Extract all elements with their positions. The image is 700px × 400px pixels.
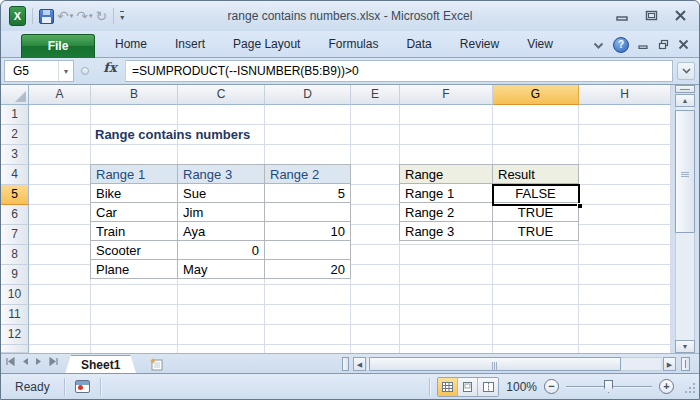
- column-header-D[interactable]: D: [265, 85, 351, 105]
- row-header-11[interactable]: 11: [1, 305, 29, 325]
- cell-D8[interactable]: [265, 241, 351, 260]
- column-header-E[interactable]: E: [351, 85, 400, 105]
- worksheet-cells[interactable]: Range contains numbers Range 1Range 3Ran…: [29, 105, 671, 353]
- ribbon-tab-page-layout[interactable]: Page Layout: [219, 31, 314, 58]
- ribbon-tab-view[interactable]: View: [513, 31, 567, 58]
- undo-button[interactable]: ↶▾: [57, 6, 73, 26]
- close-button[interactable]: [674, 9, 687, 22]
- cell-C5[interactable]: Sue: [178, 184, 265, 203]
- scroll-down-button[interactable]: ▼: [675, 340, 695, 353]
- name-box[interactable]: G5 ▾: [4, 60, 74, 82]
- insert-function-button[interactable]: fx: [97, 60, 123, 82]
- ribbon-tab-home[interactable]: Home: [101, 31, 161, 58]
- cell-B7[interactable]: Train: [91, 222, 178, 241]
- row-header-6[interactable]: 6: [1, 205, 29, 225]
- row-header-12[interactable]: 12: [1, 325, 29, 345]
- row-header-9[interactable]: 9: [1, 265, 29, 285]
- formula-bar-splitter[interactable]: [81, 67, 89, 75]
- row-header-3[interactable]: 3: [1, 145, 29, 165]
- cell-B5[interactable]: Bike: [91, 184, 178, 203]
- next-sheet-button[interactable]: [35, 357, 43, 366]
- sheet-tab-sheet1[interactable]: Sheet1: [65, 355, 136, 374]
- help-button[interactable]: ?: [613, 37, 629, 53]
- ribbon-tab-data[interactable]: Data: [392, 31, 445, 58]
- horizontal-split-box[interactable]: [681, 357, 690, 371]
- scroll-left-button[interactable]: ◀: [353, 357, 366, 371]
- minimize-ribbon-button[interactable]: [593, 36, 604, 54]
- row-header-partial[interactable]: [1, 345, 29, 353]
- column-header-F[interactable]: F: [400, 85, 493, 105]
- row-header-4[interactable]: 4: [1, 165, 29, 185]
- ribbon-tab-review[interactable]: Review: [446, 31, 513, 58]
- doc-restore-button[interactable]: [658, 36, 669, 54]
- excel-app-icon[interactable]: X: [9, 6, 26, 26]
- cell-D6[interactable]: [265, 203, 351, 222]
- cell-C9[interactable]: May: [178, 260, 265, 279]
- ribbon-tab-formulas[interactable]: Formulas: [314, 31, 392, 58]
- column-header-G[interactable]: G: [493, 85, 579, 105]
- normal-view-button[interactable]: [438, 378, 458, 396]
- vertical-split-box[interactable]: [675, 85, 695, 93]
- cell-C4[interactable]: Range 3: [178, 165, 265, 184]
- repeat-button[interactable]: ↻: [96, 6, 108, 26]
- expand-formula-bar-button[interactable]: [677, 62, 695, 80]
- ribbon-tab-file[interactable]: File: [21, 34, 95, 58]
- scroll-up-button[interactable]: ▲: [675, 94, 695, 107]
- minimize-button[interactable]: [616, 9, 629, 22]
- customize-qat-button[interactable]: ▾: [120, 6, 124, 26]
- cell-C7[interactable]: Aya: [178, 222, 265, 241]
- row-header-10[interactable]: 10: [1, 285, 29, 305]
- column-header-A[interactable]: A: [29, 85, 91, 105]
- redo-button[interactable]: ↷▾: [76, 6, 92, 26]
- cell-F4[interactable]: Range: [400, 165, 493, 184]
- restore-button[interactable]: [645, 9, 658, 22]
- vertical-scroll-thumb[interactable]: [675, 110, 695, 233]
- tab-split-handle[interactable]: [342, 357, 349, 371]
- column-header-H[interactable]: H: [579, 85, 671, 105]
- cell-B8[interactable]: Scooter: [91, 241, 178, 260]
- formula-input[interactable]: =SUMPRODUCT(--ISNUMBER(B5:B9))>0: [125, 60, 673, 82]
- cell-D7[interactable]: 10: [265, 222, 351, 241]
- row-header-7[interactable]: 7: [1, 225, 29, 245]
- cell-B9[interactable]: Plane: [91, 260, 178, 279]
- zoom-slider-handle[interactable]: [604, 380, 613, 393]
- select-all-button[interactable]: [1, 85, 29, 105]
- cell-B6[interactable]: Car: [91, 203, 178, 222]
- cell-G5[interactable]: FALSE: [493, 184, 579, 203]
- zoom-in-button[interactable]: +: [659, 379, 674, 394]
- record-macro-icon[interactable]: [75, 380, 90, 393]
- doc-close-button[interactable]: [678, 36, 689, 54]
- horizontal-scroll-thumb[interactable]: [369, 357, 621, 371]
- cell-F5[interactable]: Range 1: [400, 184, 493, 203]
- cell-G7[interactable]: TRUE: [493, 222, 579, 241]
- cell-D9[interactable]: 20: [265, 260, 351, 279]
- row-header-5[interactable]: 5: [1, 185, 29, 205]
- cell-C6[interactable]: Jim: [178, 203, 265, 222]
- cell-B4[interactable]: Range 1: [91, 165, 178, 184]
- horizontal-scroll-track[interactable]: [367, 357, 661, 371]
- last-sheet-button[interactable]: [49, 357, 58, 366]
- row-header-8[interactable]: 8: [1, 245, 29, 265]
- doc-minimize-button[interactable]: [638, 36, 649, 54]
- zoom-slider[interactable]: [566, 379, 652, 394]
- resize-grip[interactable]: [683, 381, 695, 393]
- ribbon-tab-insert[interactable]: Insert: [161, 31, 219, 58]
- page-break-view-button[interactable]: [478, 378, 498, 396]
- cell-G6[interactable]: TRUE: [493, 203, 579, 222]
- cell-C8[interactable]: 0: [178, 241, 265, 260]
- page-layout-view-button[interactable]: [458, 378, 478, 396]
- first-sheet-button[interactable]: [6, 357, 15, 366]
- row-header-2[interactable]: 2: [1, 125, 29, 145]
- previous-sheet-button[interactable]: [21, 357, 29, 366]
- vertical-scroll-track[interactable]: [675, 107, 695, 340]
- cell-D5[interactable]: 5: [265, 184, 351, 203]
- cell-D4[interactable]: Range 2: [265, 165, 351, 184]
- column-header-B[interactable]: B: [91, 85, 178, 105]
- cell-F7[interactable]: Range 3: [400, 222, 493, 241]
- chevron-down-icon[interactable]: ▾: [58, 61, 73, 81]
- cell-G4[interactable]: Result: [493, 165, 579, 184]
- zoom-out-button[interactable]: −: [544, 379, 559, 394]
- save-button[interactable]: [39, 6, 54, 26]
- row-header-1[interactable]: 1: [1, 105, 29, 125]
- cell-F6[interactable]: Range 2: [400, 203, 493, 222]
